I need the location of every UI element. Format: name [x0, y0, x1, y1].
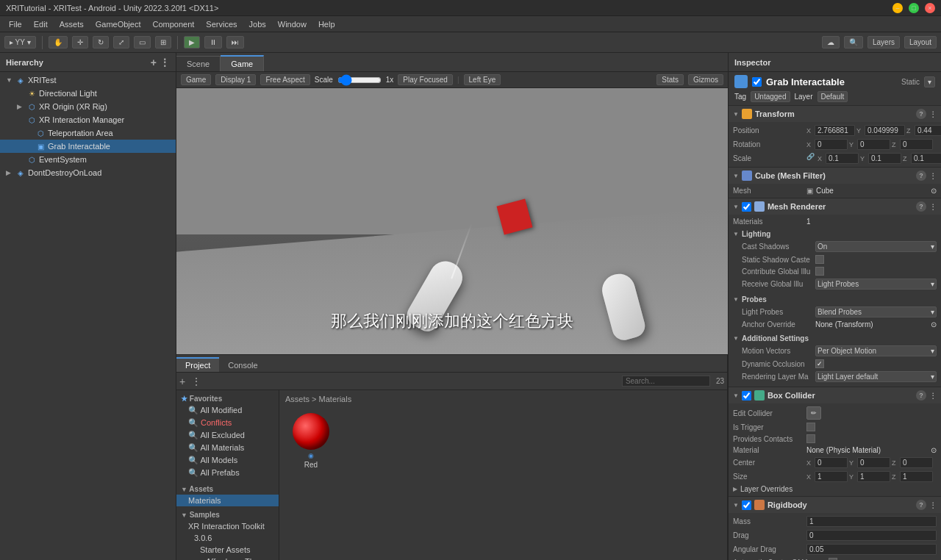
rot-z-input[interactable]: [900, 139, 933, 150]
contribute-global-check[interactable]: [815, 267, 824, 276]
pc-add-btn[interactable]: +: [179, 376, 185, 387]
anchor-select-btn[interactable]: ⊙: [931, 320, 937, 329]
transform-tool[interactable]: ⊞: [155, 36, 171, 49]
menu-window[interactable]: Window: [272, 18, 312, 30]
size-x-input[interactable]: [815, 471, 848, 482]
hier-item-teleport[interactable]: ⬡ Teleportation Area: [0, 126, 176, 140]
size-y-input[interactable]: [857, 471, 890, 482]
rect-tool[interactable]: ▭: [134, 36, 151, 49]
rigidbody-toggle[interactable]: [742, 500, 751, 510]
additional-settings-header[interactable]: ▼ Additional Settings: [733, 333, 937, 344]
box-collider-help[interactable]: ?: [916, 390, 926, 401]
vp-play-focused[interactable]: Play Focused: [398, 74, 453, 85]
menu-edit[interactable]: Edit: [28, 18, 54, 30]
toolbar-yy[interactable]: ▸ YY ▾: [4, 36, 36, 49]
folder-materials[interactable]: Materials: [176, 495, 279, 506]
maximize-btn[interactable]: □: [909, 3, 919, 13]
receive-global-select[interactable]: Light Probes ▾: [815, 279, 937, 290]
layers-btn[interactable]: Layers: [867, 36, 900, 49]
cast-shadows-select[interactable]: On ▾: [815, 241, 937, 252]
light-probes-select[interactable]: Blend Probes ▾: [815, 306, 937, 317]
mesh-renderer-header[interactable]: ▼ Mesh Renderer ? ⋮: [729, 198, 941, 215]
dynamic-occlusion-check[interactable]: [815, 359, 824, 368]
hier-item-eventsystem[interactable]: ⬡ EventSystem: [0, 153, 176, 166]
scale-y-input[interactable]: [868, 153, 901, 164]
fav-all-excluded[interactable]: 🔍 All Excluded: [176, 429, 279, 442]
scale-x-input[interactable]: [826, 153, 859, 164]
rendering-layer-select[interactable]: Light Layer default ▾: [815, 371, 937, 382]
center-x-input[interactable]: [815, 457, 848, 468]
folder-affordance[interactable]: AffordanceThem...: [176, 556, 279, 560]
pause-btn[interactable]: ⏸: [204, 36, 222, 49]
transform-more[interactable]: ⋮: [929, 110, 937, 118]
motion-vectors-select[interactable]: Per Object Motion ▾: [815, 345, 937, 356]
close-btn[interactable]: ×: [925, 3, 935, 13]
rotate-tool[interactable]: ↻: [93, 36, 109, 49]
hier-item-xrmanager[interactable]: ⬡ XR Interaction Manager: [0, 113, 176, 126]
pos-z-input[interactable]: [915, 125, 941, 136]
probes-header[interactable]: ▼ Probes: [733, 294, 937, 305]
fav-all-models[interactable]: 🔍 All Models: [176, 454, 279, 467]
move-tool[interactable]: ✛: [72, 36, 88, 49]
mesh-renderer-more[interactable]: ⋮: [929, 203, 937, 211]
mesh-select-btn[interactable]: ⊙: [931, 187, 937, 195]
fav-all-materials[interactable]: 🔍 All Materials: [176, 442, 279, 454]
vp-aspect[interactable]: Free Aspect: [260, 74, 310, 85]
tab-console[interactable]: Console: [219, 359, 266, 372]
folder-starter[interactable]: Starter Assets: [176, 544, 279, 556]
rigidbody-header[interactable]: ▼ Rigidbody ? ⋮: [729, 497, 941, 513]
menu-services[interactable]: Services: [200, 18, 243, 30]
layer-select[interactable]: Default: [817, 91, 848, 102]
minimize-btn[interactable]: –: [892, 3, 903, 13]
folder-xrit[interactable]: XR Interaction Toolkit: [176, 520, 279, 532]
hier-item-dirlight[interactable]: ☀ Directional Light: [0, 87, 176, 100]
vp-game-label[interactable]: Game: [181, 74, 211, 85]
hand-tool[interactable]: ✋: [49, 36, 68, 49]
rigidbody-more[interactable]: ⋮: [929, 501, 937, 509]
pc-menu-btn[interactable]: ⋮: [191, 376, 201, 387]
box-collider-header[interactable]: ▼ Box Collider ? ⋮: [729, 387, 941, 403]
static-dropdown[interactable]: ▾: [924, 76, 935, 87]
mass-input[interactable]: [806, 516, 937, 527]
transform-header[interactable]: ▼ Transform ? ⋮: [729, 106, 941, 122]
vp-gizmos[interactable]: Gizmos: [688, 74, 723, 85]
mesh-filter-help[interactable]: ?: [916, 170, 926, 181]
hier-item-xritest[interactable]: ▼ ◈ XRITest: [0, 73, 176, 87]
scale-tool[interactable]: ⤢: [113, 36, 129, 49]
angular-drag-input[interactable]: [806, 544, 937, 555]
center-y-input[interactable]: [857, 457, 890, 468]
tab-scene[interactable]: Scene: [176, 56, 221, 71]
rigidbody-help[interactable]: ?: [916, 500, 926, 510]
box-collider-toggle[interactable]: [742, 391, 751, 401]
mesh-filter-header[interactable]: ▼ Cube (Mesh Filter) ? ⋮: [729, 168, 941, 184]
hier-item-xrorigin[interactable]: ▶ ⬡ XR Origin (XR Rig): [0, 100, 176, 113]
menu-gameobject[interactable]: GameObject: [90, 18, 147, 30]
static-shadow-check[interactable]: [815, 255, 824, 264]
layout-btn[interactable]: Layout: [904, 36, 937, 49]
edit-collider-btn[interactable]: ✏: [806, 406, 821, 420]
collider-material-select-btn[interactable]: ⊙: [931, 446, 937, 454]
step-btn[interactable]: ⏭: [226, 36, 244, 49]
collab-btn[interactable]: ☁: [822, 36, 840, 49]
play-btn[interactable]: ▶: [184, 36, 200, 49]
transform-help[interactable]: ?: [916, 109, 926, 119]
tab-project[interactable]: Project: [176, 357, 219, 372]
tab-game[interactable]: Game: [221, 55, 264, 71]
provides-contacts-check[interactable]: [806, 434, 815, 443]
mesh-renderer-toggle[interactable]: [742, 202, 751, 212]
drag-input[interactable]: [806, 530, 937, 541]
menu-jobs[interactable]: Jobs: [243, 18, 272, 30]
hierarchy-add-btn[interactable]: +: [151, 57, 157, 68]
rot-x-input[interactable]: [815, 139, 848, 150]
is-trigger-check[interactable]: [806, 423, 815, 431]
tag-select[interactable]: Untagged: [751, 91, 790, 102]
lighting-header[interactable]: ▼ Lighting: [733, 229, 937, 240]
center-z-input[interactable]: [900, 457, 933, 468]
hier-item-grab[interactable]: ▣ Grab Interactable: [0, 140, 176, 153]
mesh-renderer-help[interactable]: ?: [916, 201, 926, 212]
vp-display[interactable]: Display 1: [215, 74, 256, 85]
folder-306[interactable]: 3.0.6: [176, 532, 279, 544]
rot-y-input[interactable]: [857, 139, 890, 150]
window-controls[interactable]: – □ ×: [892, 3, 935, 13]
size-z-input[interactable]: [900, 471, 933, 482]
